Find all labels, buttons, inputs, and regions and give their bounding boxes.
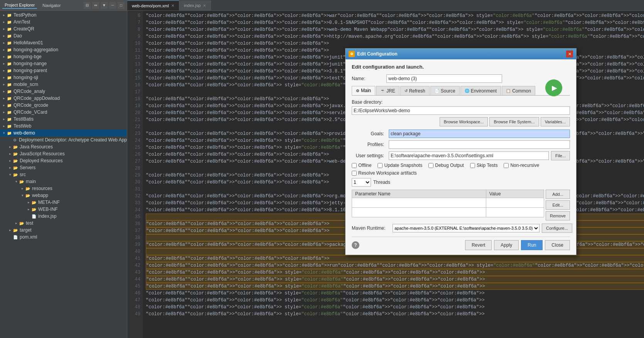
tab-jre[interactable]: ☕ JRE (376, 86, 400, 95)
revert-btn[interactable]: Revert (465, 240, 492, 250)
tree-item-main[interactable]: ▾📂main (0, 178, 127, 185)
tree-item-resources[interactable]: ▸📂resources (0, 185, 127, 192)
expand-arrow[interactable]: ▸ (14, 221, 19, 225)
minimize-btn[interactable]: ─ (109, 2, 116, 9)
tree-item-anntest[interactable]: ▸📁AnnTest (0, 18, 127, 25)
user-settings-input[interactable] (389, 151, 549, 160)
browse-filesystem-btn[interactable]: Browse File System... (489, 117, 539, 126)
expand-arrow[interactable]: ▾ (20, 193, 25, 197)
tree-item-web-inf[interactable]: ▸📂WEB-INF (0, 206, 127, 213)
non-recursive-checkbox-label[interactable]: Non-recursive (504, 163, 539, 168)
tree-item-src[interactable]: ▾📂src (0, 171, 127, 178)
dialog-close-btn[interactable]: ✕ (566, 50, 573, 57)
expand-arrow[interactable]: ▸ (2, 96, 6, 100)
collapse-all-btn[interactable]: ⊟ (84, 2, 91, 9)
expand-arrow[interactable]: ▸ (2, 20, 6, 24)
tab-source[interactable]: 📄 Source (430, 86, 460, 95)
expand-arrow[interactable]: ▾ (8, 173, 12, 177)
expand-arrow[interactable]: ▸ (2, 62, 6, 66)
maximize-btn[interactable]: □ (118, 2, 125, 9)
expand-arrow[interactable]: ▾ (2, 131, 6, 135)
tree-item-hellomaven01[interactable]: ▸📁HelloMaven01 (0, 39, 127, 46)
expand-arrow[interactable]: ▸ (8, 145, 12, 149)
link-with-editor-btn[interactable]: ⇔ (92, 2, 99, 9)
run-icon-button[interactable] (545, 79, 562, 96)
tree-item-servers[interactable]: ▸📂Servers (0, 164, 127, 171)
add-param-btn[interactable]: Add... (546, 190, 570, 199)
skip-tests-checkbox-label[interactable]: Skip Tests (470, 163, 497, 168)
debug-output-checkbox[interactable] (428, 163, 433, 168)
maven-runtime-select[interactable]: apache-maven-3.5.0 (EXTERNAL E:\software… (393, 224, 539, 232)
tree-item-testpython[interactable]: ▸📁TestPython (0, 12, 127, 18)
expand-arrow[interactable]: ▸ (8, 159, 12, 163)
expand-arrow[interactable]: ▸ (2, 27, 6, 31)
run-btn[interactable]: Run (521, 240, 543, 250)
index-jsp-close[interactable]: ✕ (203, 3, 206, 8)
goals-input[interactable] (389, 129, 570, 138)
resolve-workspace-checkbox-label[interactable]: Resolve Workspace artifacts (352, 170, 570, 176)
base-dir-input[interactable] (352, 106, 570, 115)
skip-tests-checkbox[interactable] (470, 163, 475, 168)
tree-item-createqr[interactable]: ▸📁CreateQR (0, 25, 127, 32)
expand-arrow[interactable]: ▸ (2, 103, 6, 107)
tree-item-dao[interactable]: ▸📁Dao (0, 32, 127, 39)
profiles-input[interactable] (389, 140, 570, 149)
tree-item-java-resources[interactable]: ▸📂Java Resources (0, 143, 127, 150)
tree-item-testweb[interactable]: ▸📁TestWeb (0, 123, 127, 129)
tree-item-testibatis[interactable]: ▸📁TestIBatis (0, 116, 127, 123)
tree-item-hongxing-nange[interactable]: ▸📁hongxing-nange (0, 60, 127, 67)
expand-arrow[interactable]: ▸ (2, 110, 6, 114)
name-input[interactable] (386, 74, 502, 83)
help-icon[interactable]: ? (352, 241, 359, 249)
expand-arrow[interactable]: ▸ (2, 55, 6, 59)
edit-param-btn[interactable]: Edit... (546, 200, 570, 210)
tree-item-qrcode_vcard[interactable]: ▸📁QRCode_VCard (0, 109, 127, 116)
tree-item-meta-inf[interactable]: ▸📂META-INF (0, 199, 127, 206)
non-recursive-checkbox[interactable] (504, 163, 509, 168)
browse-workspace-btn[interactable]: Browse Workspace... (440, 117, 488, 126)
debug-output-checkbox-label[interactable]: Debug Output (428, 163, 464, 168)
tree-item-hongxing-parent[interactable]: ▸📁hongxing-parent (0, 67, 127, 74)
tab-environment[interactable]: 🌐 Environment (460, 86, 501, 95)
pom-xml-close[interactable]: ✕ (171, 3, 174, 8)
expand-arrow[interactable]: ▸ (20, 187, 25, 190)
update-snapshots-checkbox-label[interactable]: Update Snapshots (378, 163, 422, 168)
navigator-tab[interactable]: Navigator (40, 2, 63, 8)
tree-item-mobile_scm[interactable]: ▸📁mobile_scm (0, 81, 127, 88)
tree-item-hongxing-aggregation[interactable]: ▸📁hongxing-aggregation (0, 46, 127, 53)
threads-select[interactable]: 1 2 4 (352, 178, 371, 187)
tree-item-qrcode_analy[interactable]: ▸📁QRCode_analy (0, 88, 127, 95)
expand-arrow[interactable]: ▸ (2, 48, 6, 52)
pom-xml-tab[interactable]: web-demo/pom.xml ✕ (127, 0, 179, 10)
expand-arrow[interactable]: ▸ (8, 166, 12, 170)
expand-arrow[interactable]: ▸ (2, 117, 6, 121)
expand-arrow[interactable]: ▸ (26, 207, 31, 211)
tree-item-webapp[interactable]: ▾📂webapp (0, 192, 127, 199)
tree-item-target[interactable]: ▸📂target (0, 227, 127, 234)
panel-menu-btn[interactable]: ▼ (101, 2, 108, 9)
expand-arrow[interactable]: ▸ (2, 76, 6, 79)
expand-arrow[interactable]: ▸ (2, 34, 6, 38)
offline-checkbox-label[interactable]: Offline (352, 163, 371, 168)
tab-refresh[interactable]: ↺ Refresh (400, 86, 430, 95)
tree-item-test[interactable]: ▸📂test (0, 220, 127, 227)
expand-arrow[interactable]: ▸ (2, 89, 6, 93)
expand-arrow[interactable]: ▸ (2, 124, 6, 128)
index-jsp-tab[interactable]: index.jsp ✕ (179, 0, 211, 10)
tree-item-web-demo[interactable]: ▾📁web-demo (0, 129, 127, 136)
expand-arrow[interactable]: ▸ (2, 69, 6, 72)
expand-arrow[interactable]: ▾ (14, 180, 19, 183)
expand-arrow[interactable]: ▸ (2, 41, 6, 45)
configure-btn[interactable]: Configure... (542, 224, 572, 233)
tree-item-pom-xml[interactable]: 📄pom.xml (0, 234, 127, 240)
apply-btn[interactable]: Apply (494, 240, 519, 250)
offline-checkbox[interactable] (352, 163, 357, 168)
tree-item-hongxing-bge[interactable]: ▸📁hongxing-bge (0, 53, 127, 60)
tree-item-javascript-resources[interactable]: ▸📂JavaScript Resources (0, 150, 127, 157)
remove-param-btn[interactable]: Remove (546, 211, 570, 220)
file-btn[interactable]: File... (551, 151, 570, 160)
tab-common[interactable]: 📋 Common (502, 86, 535, 95)
tree-item-index-jsp[interactable]: 📄index.jsp (0, 213, 127, 220)
expand-arrow[interactable]: ▸ (2, 13, 6, 17)
project-explorer-tab[interactable]: Project Explorer (2, 2, 37, 9)
